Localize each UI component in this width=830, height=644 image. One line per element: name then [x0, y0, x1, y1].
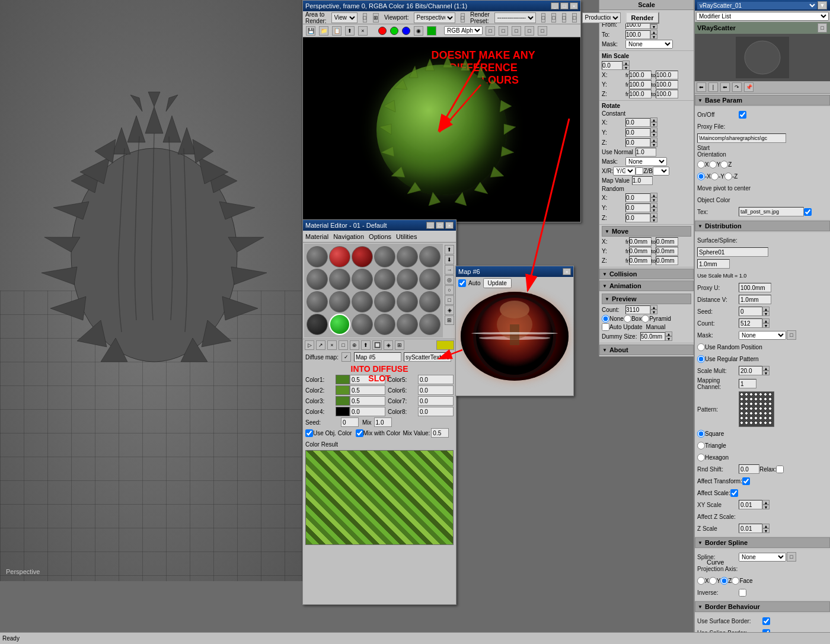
- move-z-to-input[interactable]: [656, 256, 678, 265]
- nav-icon-4[interactable]: ↷: [732, 82, 742, 92]
- move-z-from-input[interactable]: [629, 256, 652, 265]
- viewport-select[interactable]: Perspective: [414, 12, 455, 23]
- mat-sphere-5[interactable]: [397, 246, 418, 267]
- area-render-select[interactable]: View: [331, 12, 357, 23]
- mat-window-controls[interactable]: _ □ ×: [426, 222, 454, 229]
- mat-menu-utilities[interactable]: Utilities: [396, 233, 417, 240]
- tb-icon7[interactable]: □: [486, 26, 495, 36]
- rand-z-down[interactable]: ▼: [650, 218, 657, 222]
- rot-y-down[interactable]: ▼: [650, 132, 657, 137]
- mat-icon-2[interactable]: ⬇: [445, 255, 454, 264]
- relax-check[interactable]: [776, 466, 784, 473]
- preview-count-input[interactable]: [625, 305, 650, 314]
- mat-menu-options[interactable]: Options: [369, 233, 391, 240]
- affect-scale-check[interactable]: [730, 489, 738, 497]
- scale-y-to-input[interactable]: [656, 80, 678, 89]
- mat-sphere-17[interactable]: [397, 291, 418, 313]
- scale-to-input[interactable]: [625, 30, 650, 39]
- rot-z-input[interactable]: [625, 138, 650, 147]
- tb-icon4[interactable]: ⬆: [345, 26, 355, 36]
- mat-icon-1[interactable]: ⬆: [445, 245, 454, 254]
- orient-y-radio[interactable]: [709, 161, 717, 168]
- proxy-u-input[interactable]: [739, 283, 771, 292]
- bs-spline-select[interactable]: None: [739, 553, 786, 562]
- dist-seed-up[interactable]: ▲: [762, 307, 770, 311]
- mat-sphere-19[interactable]: [307, 314, 328, 335]
- dist-seed-down[interactable]: ▼: [762, 311, 770, 316]
- square-radio[interactable]: [697, 430, 705, 438]
- rand-x-input[interactable]: [625, 193, 650, 202]
- regular-pattern-radio[interactable]: [697, 355, 705, 363]
- prev-pyramid-radio[interactable]: [641, 315, 649, 323]
- color3-swatch[interactable]: [336, 396, 350, 406]
- map-value-input[interactable]: [632, 176, 653, 185]
- tb-icon6[interactable]: ◉: [414, 26, 423, 36]
- mask-select[interactable]: None: [625, 157, 667, 166]
- color7-input[interactable]: [418, 396, 454, 406]
- scale-z-to-input[interactable]: [656, 90, 678, 98]
- prev-none-radio[interactable]: [602, 315, 609, 323]
- area-icon1[interactable]: □: [363, 13, 367, 23]
- production-select[interactable]: Production: [582, 12, 621, 23]
- proj-x-radio[interactable]: [697, 577, 705, 585]
- dummy-size-down[interactable]: ▼: [665, 336, 672, 341]
- triangle-radio[interactable]: [697, 442, 705, 449]
- tb-icon3[interactable]: 📋: [332, 26, 341, 36]
- rot-z-down[interactable]: ▼: [650, 142, 657, 147]
- mat-sphere-16[interactable]: [374, 291, 395, 313]
- mat-icon-8[interactable]: ⊞: [445, 315, 454, 325]
- use-obj-color-check[interactable]: [305, 429, 313, 437]
- random-pos-radio[interactable]: [697, 343, 705, 351]
- mat-sphere-20[interactable]: [329, 314, 350, 335]
- mat-sphere-24[interactable]: [419, 314, 440, 335]
- zb-select[interactable]: [653, 167, 669, 176]
- scatter-texture-input[interactable]: [404, 352, 451, 362]
- mat-sphere-11[interactable]: [397, 269, 418, 290]
- tb-icon8[interactable]: □: [499, 26, 508, 36]
- bs-inverse-check[interactable]: [739, 589, 746, 597]
- scale-to-down[interactable]: ▼: [650, 34, 657, 39]
- mat-bt-8[interactable]: ◈: [384, 340, 393, 350]
- on-off-check[interactable]: [739, 111, 746, 119]
- rot-y-input[interactable]: [625, 128, 650, 137]
- color6-input[interactable]: [418, 385, 454, 395]
- rnd-shift-input[interactable]: [739, 464, 759, 474]
- nav-icon-2[interactable]: |: [708, 82, 718, 92]
- proj-y-radio[interactable]: [709, 577, 717, 585]
- vray-object-select[interactable]: vRayScatter_01: [697, 2, 817, 9]
- preview-count-up[interactable]: ▲: [650, 305, 657, 310]
- vray-expand-icon[interactable]: □: [818, 23, 827, 33]
- map-close[interactable]: ×: [563, 268, 571, 275]
- dist-mask-icon[interactable]: □: [787, 330, 796, 340]
- area-icon2[interactable]: ⊞: [373, 13, 379, 23]
- seed-input[interactable]: [341, 417, 359, 427]
- hexagon-radio[interactable]: [697, 454, 705, 461]
- animation-header[interactable]: Animation: [599, 280, 694, 291]
- mat-bt-6[interactable]: ⬆: [361, 340, 371, 350]
- z-scale-input[interactable]: [739, 524, 762, 533]
- color1-swatch[interactable]: [336, 375, 350, 384]
- mat-sphere-1[interactable]: [307, 246, 328, 267]
- proxy-v-input[interactable]: [739, 295, 771, 304]
- mat-sphere-21[interactable]: [352, 314, 373, 335]
- auto-update-check[interactable]: [602, 323, 609, 331]
- diffuse-toggle[interactable]: ✓: [341, 352, 351, 362]
- channel-alpha[interactable]: [427, 26, 436, 36]
- close-button[interactable]: ×: [570, 2, 578, 9]
- mat-sphere-8[interactable]: [329, 269, 350, 290]
- mat-menu-navigation[interactable]: Navigation: [333, 233, 364, 240]
- proxy-path-input[interactable]: [697, 133, 786, 143]
- tex-check[interactable]: [804, 208, 812, 216]
- rand-z-up[interactable]: ▲: [650, 213, 657, 218]
- tb-icon2[interactable]: 📁: [319, 26, 328, 36]
- mix-input[interactable]: [374, 417, 392, 427]
- channel-blue[interactable]: [402, 27, 410, 35]
- preview-count-down[interactable]: ▼: [650, 310, 657, 314]
- scale-from-down[interactable]: ▼: [650, 24, 657, 29]
- mat-sphere-14[interactable]: [329, 291, 350, 313]
- mat-bt-1[interactable]: ▷: [305, 340, 314, 350]
- mat-icon-7[interactable]: ◈: [445, 305, 454, 315]
- mix-with-color-check[interactable]: [356, 429, 363, 437]
- mat-menu-material[interactable]: Material: [305, 233, 328, 240]
- display-channel-select[interactable]: RGB Alpha: [444, 26, 483, 35]
